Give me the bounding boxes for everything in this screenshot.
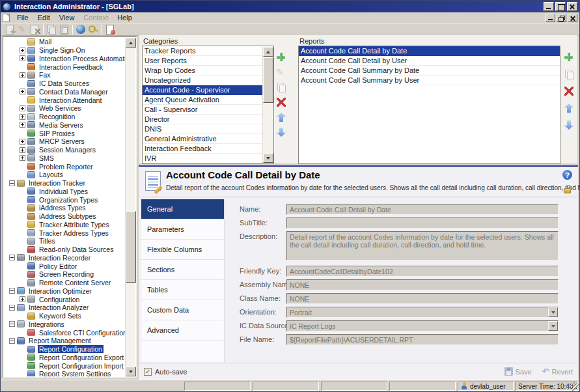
category-row[interactable]: Tracker Reports	[143, 46, 263, 56]
reports-delete-icon[interactable]	[564, 87, 573, 96]
report-row[interactable]: Account Code Call Detail by Date	[299, 46, 560, 56]
scrollbar-thumb[interactable]	[263, 57, 273, 103]
categories-delete-icon[interactable]	[277, 98, 286, 107]
scroll-up-icon[interactable]	[126, 38, 136, 48]
tree-item-tracker-address-types[interactable]: Tracker Address Types	[4, 229, 125, 237]
tree-item-interaction-recorder[interactable]: Interaction Recorder	[4, 254, 125, 262]
tree-item-sip-proxies[interactable]: SIP Proxies	[4, 129, 125, 137]
tree-item-salesforce-cti-configuration[interactable]: Salesforce CTI Configuration	[4, 328, 125, 337]
tree-item-interaction-analyzer[interactable]: Interaction Analyzer	[4, 303, 125, 312]
tree-item-remote-content-server[interactable]: Remote Content Server	[4, 279, 125, 287]
tab-flexible-columns[interactable]: Flexible Columns	[141, 240, 224, 260]
tree-item-report-system-settings[interactable]: Report System Settings	[4, 370, 125, 376]
expand-icon[interactable]	[20, 114, 25, 120]
tree-item-report-configuration[interactable]: Report Configuration	[4, 345, 125, 354]
tree-item-keyword-sets[interactable]: Keyword Sets	[4, 312, 125, 320]
category-row[interactable]: Uncategorized	[143, 76, 263, 85]
collapse-icon[interactable]	[9, 180, 15, 186]
tree-item-single-sign-on[interactable]: Single Sign-On	[4, 46, 125, 55]
tree-item-contact-data-manager[interactable]: Contact Data Manager	[4, 88, 125, 96]
tree-item-read-only-data-sources[interactable]: Read-only Data Sources	[4, 245, 125, 254]
help-icon[interactable]	[562, 170, 572, 180]
maximize-button[interactable]	[555, 2, 566, 11]
collapse-icon[interactable]	[9, 338, 15, 344]
mdi-restore-button[interactable]	[557, 14, 566, 22]
expand-icon[interactable]	[20, 155, 25, 161]
tree-item-problem-reporter[interactable]: Problem Reporter	[4, 162, 125, 171]
tree-item-screen-recording[interactable]: Screen Recording	[4, 270, 125, 279]
tree-item-report-management[interactable]: Report Management	[4, 337, 125, 345]
tree-item-titles[interactable]: Titles	[4, 237, 125, 245]
category-row[interactable]: General Administrative	[143, 134, 263, 144]
categories-scrollbar[interactable]	[262, 47, 273, 163]
tree-item-policy-editor[interactable]: Policy Editor	[4, 262, 125, 270]
scroll-down-icon[interactable]	[263, 153, 273, 163]
license-report-button[interactable]	[104, 23, 117, 35]
category-row[interactable]: Agent Queue Activation	[143, 95, 263, 105]
categories-add-icon[interactable]	[277, 53, 286, 62]
tree-item-recognition[interactable]: Recognition	[4, 113, 125, 121]
collapse-icon[interactable]	[9, 255, 15, 260]
tree-item-tracker-attribute-types[interactable]: Tracker Attribute Types	[4, 221, 125, 229]
tab-tables[interactable]: Tables	[141, 280, 224, 300]
tree-item-integrations[interactable]: Integrations	[4, 320, 125, 329]
category-row[interactable]: IVR	[143, 154, 263, 163]
expand-icon[interactable]	[20, 55, 25, 61]
category-row[interactable]: User Reports	[143, 56, 263, 66]
browse-web-button[interactable]	[75, 23, 87, 35]
menu-help[interactable]: Help	[113, 13, 137, 22]
tree-item-interaction-optimizer[interactable]: Interaction Optimizer	[4, 287, 125, 296]
tree-item-interaction-feedback[interactable]: Interaction Feedback	[4, 63, 125, 71]
menu-view[interactable]: View	[55, 13, 79, 22]
report-row[interactable]: Account Code Call Summary by Date	[299, 66, 560, 76]
tree-item-media-servers[interactable]: Media Servers	[4, 121, 125, 130]
tree-item-interaction-tracker[interactable]: Interaction Tracker	[4, 179, 125, 188]
mdi-minimize-button[interactable]	[545, 14, 555, 22]
tab-general[interactable]: General	[141, 199, 224, 219]
resize-grip[interactable]	[570, 382, 579, 391]
tab-advanced[interactable]: Advanced	[141, 320, 224, 341]
close-button[interactable]	[567, 2, 577, 11]
collapse-icon[interactable]	[9, 288, 15, 294]
menu-file[interactable]: File	[12, 13, 33, 22]
reports-move-up-icon[interactable]	[564, 104, 573, 113]
tree-item-individual-types[interactable]: Individual Types	[4, 188, 125, 196]
wizard-key-button[interactable]	[87, 23, 100, 35]
tree-item-sms[interactable]: SMS	[4, 154, 125, 163]
expand-icon[interactable]	[20, 122, 25, 128]
tree-item-iaddress-types[interactable]: iAddress Types	[4, 204, 125, 212]
tree-item-interaction-process-automation[interactable]: Interaction Process Automation	[4, 55, 125, 63]
expand-icon[interactable]	[20, 48, 25, 53]
collapse-icon[interactable]	[9, 305, 15, 311]
categories-move-down-icon[interactable]	[277, 128, 286, 137]
expand-icon[interactable]	[20, 89, 25, 94]
tab-sections[interactable]: Sections	[141, 260, 224, 280]
expand-icon[interactable]	[20, 72, 25, 78]
tree-item-organization-types[interactable]: Organization Types	[4, 195, 125, 204]
tree-item-session-managers[interactable]: Session Managers	[4, 146, 125, 154]
expand-icon[interactable]	[20, 105, 25, 111]
expand-icon[interactable]	[20, 139, 25, 145]
tree-item-iaddress-subtypes[interactable]: iAddress Subtypes	[4, 212, 125, 221]
expand-icon[interactable]	[20, 296, 25, 302]
category-row[interactable]: Interaction Feedback	[143, 144, 263, 154]
reports-add-icon[interactable]	[564, 53, 573, 62]
tree-item-fax[interactable]: Fax	[4, 71, 125, 79]
category-row[interactable]: Wrap Up Codes	[143, 66, 263, 76]
tree-item-web-services[interactable]: Web Services	[4, 104, 125, 113]
tree-item-ic-data-sources[interactable]: IC Data Sources	[4, 79, 125, 88]
report-row[interactable]: Account Code Call Summary by User	[299, 76, 560, 85]
collapse-icon[interactable]	[9, 321, 15, 327]
menu-edit[interactable]: Edit	[33, 13, 55, 22]
minimize-button[interactable]	[544, 2, 554, 11]
category-row[interactable]: Director	[143, 115, 263, 124]
tree-item-report-configuration-import[interactable]: Report Configuration Import	[4, 361, 125, 370]
scroll-down-icon[interactable]	[126, 367, 136, 376]
reports-move-down-icon[interactable]	[564, 120, 573, 130]
tree-item-interaction-attendant[interactable]: Interaction Attendant	[4, 96, 125, 104]
tree-item-mail[interactable]: Mail	[4, 38, 125, 46]
tree-item-configuration[interactable]: Configuration	[4, 295, 125, 303]
tab-custom-data[interactable]: Custom Data	[141, 300, 224, 320]
categories-move-up-icon[interactable]	[277, 113, 286, 122]
category-row[interactable]: Account Code - Supervisor	[143, 85, 263, 95]
